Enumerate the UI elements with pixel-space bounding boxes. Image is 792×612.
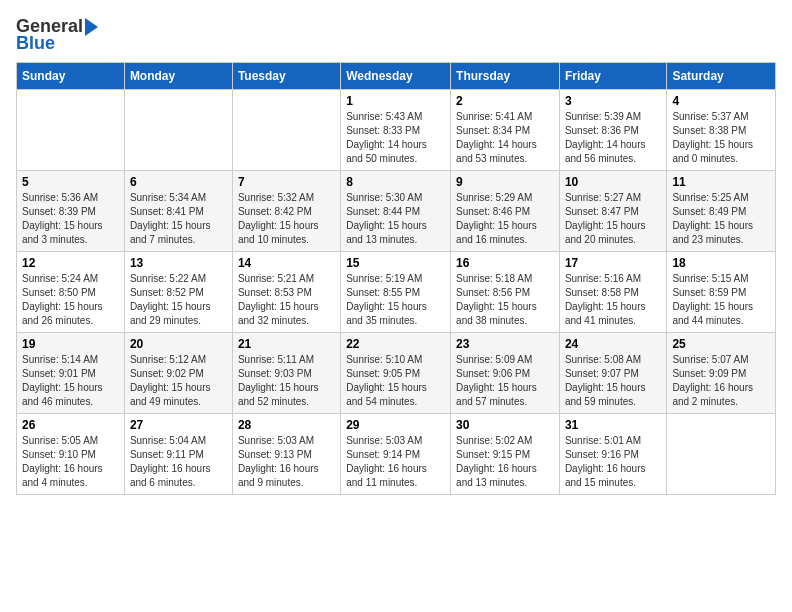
calendar-cell: 23Sunrise: 5:09 AMSunset: 9:06 PMDayligh… [451,333,560,414]
day-number: 28 [238,418,335,432]
day-info: Sunrise: 5:10 AMSunset: 9:05 PMDaylight:… [346,353,445,409]
calendar-cell: 29Sunrise: 5:03 AMSunset: 9:14 PMDayligh… [341,414,451,495]
calendar-cell [232,90,340,171]
day-number: 17 [565,256,661,270]
day-number: 24 [565,337,661,351]
logo-arrow-icon [85,18,98,36]
day-info: Sunrise: 5:14 AMSunset: 9:01 PMDaylight:… [22,353,119,409]
day-info: Sunrise: 5:27 AMSunset: 8:47 PMDaylight:… [565,191,661,247]
calendar-cell: 20Sunrise: 5:12 AMSunset: 9:02 PMDayligh… [124,333,232,414]
day-number: 1 [346,94,445,108]
day-info: Sunrise: 5:36 AMSunset: 8:39 PMDaylight:… [22,191,119,247]
calendar-cell: 28Sunrise: 5:03 AMSunset: 9:13 PMDayligh… [232,414,340,495]
calendar-cell: 6Sunrise: 5:34 AMSunset: 8:41 PMDaylight… [124,171,232,252]
day-info: Sunrise: 5:16 AMSunset: 8:58 PMDaylight:… [565,272,661,328]
day-info: Sunrise: 5:12 AMSunset: 9:02 PMDaylight:… [130,353,227,409]
day-info: Sunrise: 5:18 AMSunset: 8:56 PMDaylight:… [456,272,554,328]
day-number: 7 [238,175,335,189]
day-info: Sunrise: 5:25 AMSunset: 8:49 PMDaylight:… [672,191,770,247]
calendar-cell: 2Sunrise: 5:41 AMSunset: 8:34 PMDaylight… [451,90,560,171]
day-number: 6 [130,175,227,189]
calendar-table: SundayMondayTuesdayWednesdayThursdayFrid… [16,62,776,495]
day-number: 15 [346,256,445,270]
calendar-cell: 1Sunrise: 5:43 AMSunset: 8:33 PMDaylight… [341,90,451,171]
calendar-cell: 21Sunrise: 5:11 AMSunset: 9:03 PMDayligh… [232,333,340,414]
calendar-cell: 5Sunrise: 5:36 AMSunset: 8:39 PMDaylight… [17,171,125,252]
day-info: Sunrise: 5:32 AMSunset: 8:42 PMDaylight:… [238,191,335,247]
day-number: 5 [22,175,119,189]
day-number: 16 [456,256,554,270]
calendar-cell: 19Sunrise: 5:14 AMSunset: 9:01 PMDayligh… [17,333,125,414]
calendar-cell: 17Sunrise: 5:16 AMSunset: 8:58 PMDayligh… [559,252,666,333]
day-info: Sunrise: 5:41 AMSunset: 8:34 PMDaylight:… [456,110,554,166]
day-info: Sunrise: 5:15 AMSunset: 8:59 PMDaylight:… [672,272,770,328]
weekday-header-sunday: Sunday [17,63,125,90]
day-number: 3 [565,94,661,108]
day-number: 2 [456,94,554,108]
calendar-cell: 11Sunrise: 5:25 AMSunset: 8:49 PMDayligh… [667,171,776,252]
day-number: 9 [456,175,554,189]
weekday-header-thursday: Thursday [451,63,560,90]
weekday-header-tuesday: Tuesday [232,63,340,90]
calendar-cell: 10Sunrise: 5:27 AMSunset: 8:47 PMDayligh… [559,171,666,252]
calendar-cell: 4Sunrise: 5:37 AMSunset: 8:38 PMDaylight… [667,90,776,171]
day-number: 20 [130,337,227,351]
calendar-cell [124,90,232,171]
calendar-cell: 9Sunrise: 5:29 AMSunset: 8:46 PMDaylight… [451,171,560,252]
day-number: 4 [672,94,770,108]
day-number: 12 [22,256,119,270]
calendar-cell: 26Sunrise: 5:05 AMSunset: 9:10 PMDayligh… [17,414,125,495]
day-info: Sunrise: 5:24 AMSunset: 8:50 PMDaylight:… [22,272,119,328]
day-info: Sunrise: 5:29 AMSunset: 8:46 PMDaylight:… [456,191,554,247]
day-info: Sunrise: 5:22 AMSunset: 8:52 PMDaylight:… [130,272,227,328]
calendar-cell: 25Sunrise: 5:07 AMSunset: 9:09 PMDayligh… [667,333,776,414]
day-info: Sunrise: 5:04 AMSunset: 9:11 PMDaylight:… [130,434,227,490]
calendar-cell: 3Sunrise: 5:39 AMSunset: 8:36 PMDaylight… [559,90,666,171]
day-info: Sunrise: 5:02 AMSunset: 9:15 PMDaylight:… [456,434,554,490]
calendar-cell: 15Sunrise: 5:19 AMSunset: 8:55 PMDayligh… [341,252,451,333]
calendar-cell [17,90,125,171]
calendar-cell: 7Sunrise: 5:32 AMSunset: 8:42 PMDaylight… [232,171,340,252]
page-header: General Blue [16,16,776,54]
calendar-cell: 18Sunrise: 5:15 AMSunset: 8:59 PMDayligh… [667,252,776,333]
calendar-cell: 8Sunrise: 5:30 AMSunset: 8:44 PMDaylight… [341,171,451,252]
day-number: 8 [346,175,445,189]
calendar-cell: 12Sunrise: 5:24 AMSunset: 8:50 PMDayligh… [17,252,125,333]
weekday-header-monday: Monday [124,63,232,90]
day-info: Sunrise: 5:08 AMSunset: 9:07 PMDaylight:… [565,353,661,409]
calendar-cell: 31Sunrise: 5:01 AMSunset: 9:16 PMDayligh… [559,414,666,495]
day-info: Sunrise: 5:39 AMSunset: 8:36 PMDaylight:… [565,110,661,166]
day-info: Sunrise: 5:05 AMSunset: 9:10 PMDaylight:… [22,434,119,490]
day-number: 25 [672,337,770,351]
day-info: Sunrise: 5:19 AMSunset: 8:55 PMDaylight:… [346,272,445,328]
logo: General Blue [16,16,100,54]
day-info: Sunrise: 5:21 AMSunset: 8:53 PMDaylight:… [238,272,335,328]
day-info: Sunrise: 5:30 AMSunset: 8:44 PMDaylight:… [346,191,445,247]
day-info: Sunrise: 5:09 AMSunset: 9:06 PMDaylight:… [456,353,554,409]
weekday-header-friday: Friday [559,63,666,90]
day-info: Sunrise: 5:11 AMSunset: 9:03 PMDaylight:… [238,353,335,409]
calendar-cell: 22Sunrise: 5:10 AMSunset: 9:05 PMDayligh… [341,333,451,414]
day-number: 21 [238,337,335,351]
day-number: 29 [346,418,445,432]
day-number: 27 [130,418,227,432]
day-info: Sunrise: 5:43 AMSunset: 8:33 PMDaylight:… [346,110,445,166]
day-number: 10 [565,175,661,189]
logo-blue-text: Blue [16,33,55,54]
calendar-cell: 13Sunrise: 5:22 AMSunset: 8:52 PMDayligh… [124,252,232,333]
day-info: Sunrise: 5:37 AMSunset: 8:38 PMDaylight:… [672,110,770,166]
calendar-cell: 30Sunrise: 5:02 AMSunset: 9:15 PMDayligh… [451,414,560,495]
day-number: 31 [565,418,661,432]
day-info: Sunrise: 5:01 AMSunset: 9:16 PMDaylight:… [565,434,661,490]
day-number: 18 [672,256,770,270]
calendar-cell: 16Sunrise: 5:18 AMSunset: 8:56 PMDayligh… [451,252,560,333]
day-number: 30 [456,418,554,432]
day-number: 14 [238,256,335,270]
weekday-header-wednesday: Wednesday [341,63,451,90]
calendar-cell: 24Sunrise: 5:08 AMSunset: 9:07 PMDayligh… [559,333,666,414]
calendar-cell: 14Sunrise: 5:21 AMSunset: 8:53 PMDayligh… [232,252,340,333]
day-number: 23 [456,337,554,351]
weekday-header-saturday: Saturday [667,63,776,90]
calendar-cell: 27Sunrise: 5:04 AMSunset: 9:11 PMDayligh… [124,414,232,495]
day-number: 26 [22,418,119,432]
